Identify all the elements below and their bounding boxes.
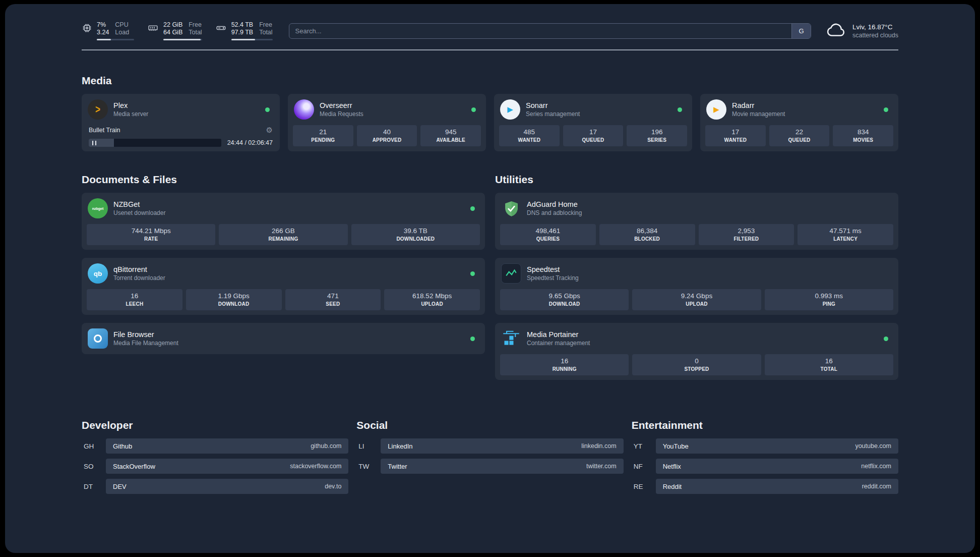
service-link-portainer[interactable]: Media Portainer Container management: [500, 327, 893, 350]
service-name: Media Portainer: [527, 330, 590, 339]
stat-blocked: 86,384BLOCKED: [599, 224, 695, 245]
bookmark-linkedin[interactable]: LI LinkedInlinkedin.com: [356, 438, 623, 454]
bookmark-group-entertainment: Entertainment YT YouTubeyoutube.com NF N…: [632, 419, 898, 499]
stat-latency: 47.571 msLATENCY: [798, 224, 893, 245]
service-name: Radarr: [732, 101, 785, 109]
bookmark-abbr: TW: [356, 463, 375, 470]
service-name: File Browser: [113, 330, 178, 339]
dashboard-page: 7% 3.24 CPU Load 22 GiB: [5, 4, 975, 553]
status-dot: [470, 337, 475, 341]
bookmark-abbr: SO: [82, 463, 100, 470]
service-desc: Movie management: [732, 110, 785, 118]
section-utilities: Utilities AdGuard Home DNS and adblockin…: [495, 174, 898, 388]
disk-icon: [215, 23, 227, 40]
service-desc: Torrent downloader: [113, 274, 165, 282]
stat-total: 16TOTAL: [765, 354, 893, 375]
bookmark-group-title: Social: [356, 419, 623, 431]
now-playing-title: Bullet Train: [89, 127, 120, 134]
service-name: Speedtest: [527, 265, 579, 273]
service-card-plex: > Plex Media server Bullet Train ⚙: [82, 94, 280, 151]
service-desc: Media File Management: [113, 340, 178, 347]
service-link-speedtest[interactable]: Speedtest Speedtest Tracking: [500, 262, 893, 285]
bookmark-abbr: RE: [632, 483, 650, 490]
disk-free-value: 52.4 TB: [231, 21, 254, 29]
bookmark-github[interactable]: GH Githubgithub.com: [82, 438, 348, 454]
bookmark-dev[interactable]: DT DEVdev.to: [82, 479, 348, 494]
service-desc: Series management: [526, 110, 580, 118]
service-card-sonarr: ▶ Sonarr Series management 485WANTED 17Q…: [494, 94, 692, 151]
service-link-radarr[interactable]: ▶ Radarr Movie management: [705, 98, 893, 121]
search-provider-button[interactable]: G: [791, 24, 811, 38]
service-name: Plex: [113, 101, 148, 109]
cloud-icon: [826, 22, 846, 40]
status-dot: [678, 107, 682, 112]
memory-free-value: 22 GiB: [163, 21, 182, 29]
stat-approved: 40APPROVED: [357, 125, 417, 146]
service-link-filebrowser[interactable]: File Browser Media File Management: [87, 327, 480, 350]
cpu-load-label: Load: [115, 29, 129, 36]
weather-widget[interactable]: Lviv, 16.87°C scattered clouds: [826, 22, 898, 40]
memory-total-value: 64 GiB: [163, 29, 182, 36]
stat-filtered: 2,953FILTERED: [699, 224, 794, 245]
section-media: Media > Plex Media server Bullet Train ⚙: [82, 75, 898, 151]
status-dot: [470, 271, 475, 276]
search-bar: G: [289, 23, 811, 39]
topbar: 7% 3.24 CPU Load 22 GiB: [82, 21, 898, 40]
service-card-filebrowser: File Browser Media File Management: [82, 323, 485, 354]
disk-free-label: Free: [259, 21, 272, 29]
stat-seed: 471SEED: [285, 289, 381, 310]
bookmark-stackoverflow[interactable]: SO StackOverflowstackoverflow.com: [82, 459, 348, 474]
stat-movies: 834MOVIES: [833, 125, 893, 146]
stat-remaining: 266 GBREMAINING: [219, 224, 347, 245]
status-dot: [470, 206, 475, 211]
weather-condition: scattered clouds: [852, 32, 898, 39]
stat-wanted: 17WANTED: [705, 125, 766, 146]
service-name: Sonarr: [526, 101, 580, 109]
service-desc: Media Requests: [320, 110, 363, 118]
service-card-adguard: AdGuard Home DNS and adblocking 498,461Q…: [495, 193, 898, 250]
bookmark-netflix[interactable]: NF Netflixnetflix.com: [632, 459, 898, 474]
playback-progress-bar[interactable]: [89, 139, 221, 147]
memory-total-label: Total: [189, 29, 202, 36]
search-input[interactable]: [289, 23, 811, 39]
service-card-overseerr: Overseerr Media Requests 21PENDING 40APP…: [288, 94, 486, 151]
service-desc: Media server: [113, 110, 148, 118]
bookmark-group-title: Entertainment: [632, 419, 898, 431]
service-link-overseerr[interactable]: Overseerr Media Requests: [293, 98, 481, 121]
stat-downloaded: 39.6 TBDOWNLOADED: [351, 224, 480, 245]
service-desc: Speedtest Tracking: [527, 274, 579, 282]
status-dot: [265, 107, 270, 112]
cpu-load-value: 3.24: [97, 29, 109, 36]
gear-icon[interactable]: ⚙: [266, 126, 273, 135]
plex-icon: >: [88, 99, 108, 120]
stat-leech: 16LEECH: [87, 289, 182, 310]
section-title-documents: Documents & Files: [82, 174, 485, 186]
service-link-qbittorrent[interactable]: qb qBittorrent Torrent downloader: [87, 262, 480, 285]
service-link-sonarr[interactable]: ▶ Sonarr Series management: [499, 98, 687, 121]
bookmark-youtube[interactable]: YT YouTubeyoutube.com: [632, 438, 898, 454]
service-link-nzbget[interactable]: nzbget NZBGet Usenet downloader: [87, 197, 480, 219]
bookmark-twitter[interactable]: TW Twittertwitter.com: [356, 459, 623, 474]
stat-upload: 9.24 GbpsUPLOAD: [632, 289, 761, 310]
speedtest-icon: [501, 263, 521, 284]
memory-monitor: 22 GiB 64 GiB Free Total: [147, 21, 202, 40]
stat-running: 16RUNNING: [500, 354, 629, 375]
service-card-radarr: ▶ Radarr Movie management 17WANTED 22QUE…: [700, 94, 898, 151]
cpu-monitor: 7% 3.24 CPU Load: [82, 21, 134, 40]
cpu-usage-value: 7%: [97, 21, 109, 29]
service-link-adguard[interactable]: AdGuard Home DNS and adblocking: [500, 197, 893, 219]
memory-free-label: Free: [189, 21, 202, 29]
service-desc: Usenet downloader: [113, 209, 165, 216]
bookmark-group-developer: Developer GH Githubgithub.com SO StackOv…: [82, 419, 348, 499]
stat-available: 945AVAILABLE: [420, 125, 481, 146]
weather-location: Lviv, 16.87°C: [852, 23, 898, 31]
filebrowser-icon: [88, 328, 108, 349]
disk-monitor: 52.4 TB 97.9 TB Free Total: [215, 21, 273, 40]
pause-icon[interactable]: [92, 141, 96, 145]
bookmark-group-social: Social LI LinkedInlinkedin.com TW Twitte…: [356, 419, 623, 499]
bookmark-reddit[interactable]: RE Redditreddit.com: [632, 479, 898, 494]
service-card-qbittorrent: qb qBittorrent Torrent downloader 16LEEC…: [82, 258, 485, 315]
status-dot: [471, 107, 476, 112]
service-link-plex[interactable]: > Plex Media server: [87, 98, 275, 121]
playback-time: 24:44 / 02:06:47: [227, 139, 273, 146]
